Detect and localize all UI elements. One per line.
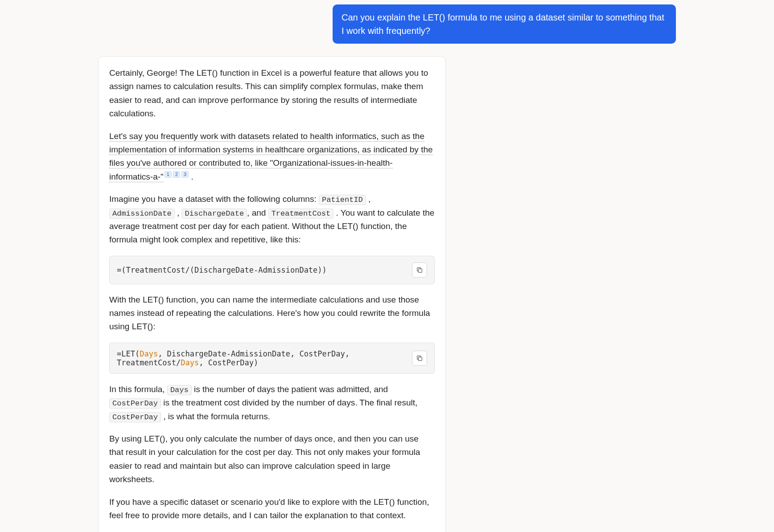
inline-code: CostPerDay <box>109 412 161 422</box>
inline-code: AdmissionDate <box>109 209 175 219</box>
assistant-message-card: Certainly, George! The LET() function in… <box>98 56 446 532</box>
text: , and <box>247 208 268 217</box>
assistant-paragraph: Imagine you have a dataset with the foll… <box>109 192 435 247</box>
text: . <box>189 172 194 181</box>
copy-code-button[interactable] <box>412 262 427 278</box>
copy-icon <box>416 355 423 362</box>
user-message-bubble: Can you explain the LET() formula to me … <box>333 4 676 44</box>
inline-code: DischargeDate <box>181 209 247 219</box>
assistant-paragraph: If you have a specific dataset or scenar… <box>109 495 435 523</box>
code-content: =LET(Days, DischargeDate-AdmissionDate, … <box>117 349 407 367</box>
text: Imagine you have a dataset with the foll… <box>109 194 319 204</box>
assistant-paragraph: In this formula, Days is the number of d… <box>109 383 435 423</box>
code-block: =LET(Days, DischargeDate-AdmissionDate, … <box>109 343 435 374</box>
text: , <box>175 208 182 217</box>
text: , is what the formula returns. <box>161 412 270 421</box>
inline-code: TreatmentCost <box>268 209 334 219</box>
citation-badge[interactable]: 2 <box>173 171 180 178</box>
assistant-paragraph: Let's say you frequently work with datas… <box>109 130 435 184</box>
text: is the number of days the patient was ad… <box>192 385 388 394</box>
svg-rect-1 <box>418 357 422 360</box>
text: is the treatment cost divided by the num… <box>161 398 417 407</box>
text: In this formula, <box>109 385 167 394</box>
user-message-text: Can you explain the LET() formula to me … <box>342 12 664 36</box>
citation-group: 123 <box>165 171 189 178</box>
assistant-paragraph: Certainly, George! The LET() function in… <box>109 66 435 121</box>
copy-icon <box>416 266 423 274</box>
assistant-paragraph: By using LET(), you only calculate the n… <box>109 432 435 487</box>
assistant-paragraph: With the LET() function, you can name th… <box>109 293 435 334</box>
citation-badge[interactable]: 1 <box>165 171 172 178</box>
code-content: =(TreatmentCost/(DischargeDate-Admission… <box>117 266 407 274</box>
inline-code: CostPerDay <box>109 398 161 409</box>
copy-code-button[interactable] <box>412 351 427 366</box>
svg-rect-0 <box>418 269 422 272</box>
text: , <box>366 194 371 204</box>
chat-container: Can you explain the LET() formula to me … <box>98 4 676 532</box>
inline-code: Days <box>167 385 192 395</box>
code-block: =(TreatmentCost/(DischargeDate-Admission… <box>109 256 435 284</box>
cited-text: Let's say you frequently work with datas… <box>109 131 433 182</box>
citation-badge[interactable]: 3 <box>181 171 189 178</box>
inline-code: PatientID <box>319 195 366 205</box>
